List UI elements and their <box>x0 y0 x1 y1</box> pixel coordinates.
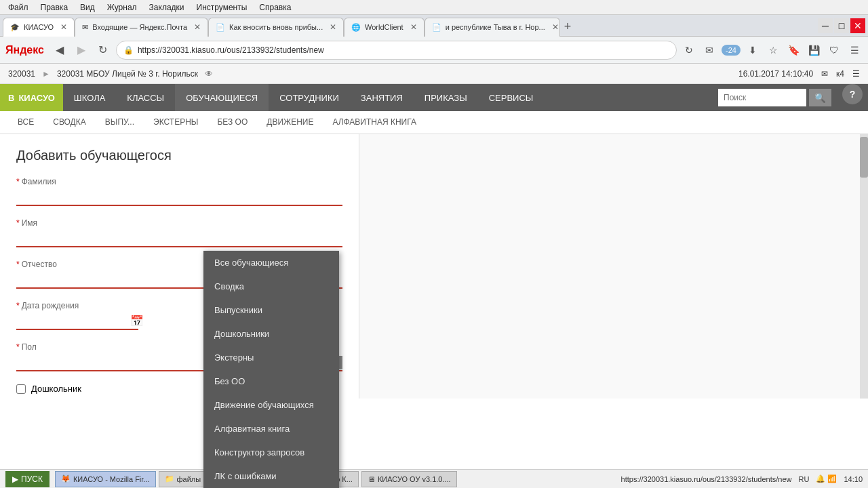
back-button[interactable]: ◀ <box>51 41 68 59</box>
menu-tools[interactable]: Инструменты <box>191 1 253 14</box>
lang-badge: RU <box>799 475 810 483</box>
scrollbar[interactable] <box>860 134 868 399</box>
tab-republic[interactable]: 📄 и республике Тыва в г. Нор... ✕ <box>425 18 560 37</box>
firstname-input[interactable] <box>16 230 342 247</box>
dropdown-alphabet-book[interactable]: Алфавитная книга <box>203 417 339 441</box>
required-marker-2: * <box>16 218 20 228</box>
bookmark-icon[interactable]: 🔖 <box>785 42 802 58</box>
help-button[interactable]: ? <box>842 84 863 104</box>
dropdown-graduates[interactable]: Выпускники <box>203 298 339 322</box>
tab-worldclient[interactable]: 🌐 WorldClient ✕ <box>344 18 425 37</box>
nav-staff[interactable]: СОТРУДНИКИ <box>269 84 350 111</box>
search-input[interactable] <box>718 89 806 106</box>
calendar-button[interactable]: 📅 <box>130 314 144 327</box>
tab-howto-close[interactable]: ✕ <box>330 22 336 32</box>
window-close[interactable]: ✕ <box>850 18 865 33</box>
clock-display: 14:10 <box>844 475 863 483</box>
menu-bookmarks[interactable]: Закладки <box>144 1 190 14</box>
nav-orders[interactable]: ПРИКАЗЫ <box>414 84 478 111</box>
right-panel <box>359 134 868 399</box>
dropdown-preschool[interactable]: Дошкольники <box>203 322 339 346</box>
taskbar-kiasuo-ff[interactable]: 🦊 КИАСУО - Mozilla Fir... <box>55 471 156 487</box>
ssl-lock-icon: 🔒 <box>123 45 134 55</box>
menu-journal[interactable]: Журнал <box>102 1 142 14</box>
lastname-input[interactable] <box>16 189 342 206</box>
save-icon[interactable]: 💾 <box>806 42 822 58</box>
subnav-graduates[interactable]: ВЫПУ... <box>96 111 144 134</box>
sub-nav: ВСЕ СВОДКА ВЫПУ... ЭКСТЕРНЫ БЕЗ ОО ДВИЖЕ… <box>0 111 868 134</box>
brand-badge[interactable]: В КИАСУО <box>0 84 63 111</box>
menu-help[interactable]: Справка <box>254 1 296 14</box>
brand-label: КИАСУО <box>18 93 54 103</box>
tab-republic-close[interactable]: ✕ <box>552 22 559 32</box>
subnav-without[interactable]: БЕЗ ОО <box>208 111 257 134</box>
main-nav: В КИАСУО ШКОЛА КЛАССЫ ОБУЧАЮЩИЕСЯ СОТРУД… <box>0 84 868 111</box>
brand-icon: В <box>8 93 14 103</box>
nav-school[interactable]: ШКОЛА <box>63 84 117 111</box>
eye-icon[interactable]: 👁 <box>205 69 213 79</box>
status-bar-right: https://320031.kiasuo.ru/ous/2133932/stu… <box>621 474 863 483</box>
star-icon[interactable]: ☆ <box>765 42 781 58</box>
required-marker-3: * <box>16 260 20 269</box>
firstname-label-text: Имя <box>22 218 37 228</box>
forward-button[interactable]: ▶ <box>73 41 90 59</box>
message-icon[interactable]: ✉ <box>821 69 828 79</box>
tab-yandex-close[interactable]: ✕ <box>194 22 201 32</box>
tab-kiasuo[interactable]: 🎓 КИАСУО ✕ <box>3 18 75 37</box>
preschool-checkbox[interactable] <box>16 384 26 394</box>
tab-kiasuo-close[interactable]: ✕ <box>60 22 67 32</box>
window-minimize[interactable]: ─ <box>818 18 833 33</box>
subnav-all[interactable]: ВСЕ <box>8 111 43 134</box>
app-header-right: 16.01.2017 14:10:40 ✉ к4 ☰ <box>738 69 860 79</box>
dropdown-movement[interactable]: Движение обучающихся <box>203 393 339 417</box>
download-icon[interactable]: ⬇ <box>745 42 761 58</box>
dropdown-externals[interactable]: Экстерны <box>203 346 339 369</box>
dropdown-constructor[interactable]: Конструктор запросов <box>203 441 339 464</box>
menu-view[interactable]: Вид <box>75 1 100 14</box>
menu-edit[interactable]: Правка <box>35 1 74 14</box>
taskbar-files-icon: 📁 <box>165 474 174 483</box>
birthdate-input[interactable] <box>16 313 130 329</box>
subnav-summary[interactable]: СВОДКА <box>43 111 95 134</box>
new-tab-button[interactable]: + <box>560 18 576 37</box>
preschool-label: Дошкольник <box>31 384 81 394</box>
menu-file[interactable]: Файл <box>3 1 34 14</box>
search-button[interactable]: 🔍 <box>809 89 831 106</box>
nav-lessons[interactable]: ЗАНЯТИЯ <box>350 84 414 111</box>
reload-icon[interactable]: ↻ <box>681 42 697 58</box>
subnav-externals[interactable]: ЭКСТЕРНЫ <box>144 111 208 134</box>
address-bar[interactable]: 🔒 https://320031.kiasuo.ru/ous/2133932/s… <box>116 41 677 60</box>
field-lastname: * Фамилия <box>16 177 342 206</box>
tab-yandex-label: Входящие — Яндекс.Почта <box>92 23 187 31</box>
dropdown-lk-errors[interactable]: ЛК с ошибками <box>203 464 339 488</box>
mail-icon[interactable]: ✉ <box>701 42 717 58</box>
menu-icon[interactable]: ☰ <box>846 42 863 58</box>
tab-howto[interactable]: 📄 Как вносить вновь прибы... ✕ <box>208 18 344 37</box>
scrollbar-thumb[interactable] <box>860 137 868 178</box>
nav-services[interactable]: СЕРВИСЫ <box>478 84 545 111</box>
address-text: https://320031.kiasuo.ru/ous/2133932/stu… <box>138 45 669 55</box>
breadcrumb-school-id: 320031 <box>8 69 35 79</box>
dropdown-summary[interactable]: Сводка <box>203 274 339 298</box>
start-button[interactable]: ▶ ПУСК <box>5 471 50 487</box>
browser-nav: Яндекс ◀ ▶ ↻ 🔒 https://320031.kiasuo.ru/… <box>0 37 868 64</box>
taskbar-kiasuo-app[interactable]: 🖥 КИАСУО ОУ v3.1.0.... <box>361 471 457 487</box>
nav-classes[interactable]: КЛАССЫ <box>116 84 175 111</box>
reload-button[interactable]: ↻ <box>94 41 112 59</box>
tab-republic-label: и республике Тыва в г. Нор... <box>446 23 545 31</box>
start-label: ПУСК <box>21 474 43 484</box>
hamburger-icon[interactable]: ☰ <box>852 69 860 79</box>
shield-icon[interactable]: 🛡 <box>826 42 842 58</box>
subnav-alphabet[interactable]: АЛФАВИТНАЯ КНИГА <box>323 111 425 134</box>
subnav-movement[interactable]: ДВИЖЕНИЕ <box>257 111 323 134</box>
nav-students[interactable]: ОБУЧАЮЩИЕСЯ <box>175 84 269 111</box>
window-maximize[interactable]: □ <box>834 18 849 33</box>
tab-yandex-mail[interactable]: ✉ Входящие — Яндекс.Почта ✕ <box>75 18 208 37</box>
breadcrumb-school-name: 320031 МБОУ Лицей № 3 г. Норильск <box>57 69 198 79</box>
weather-badge: -24 <box>722 45 741 56</box>
datetime-display: 16.01.2017 14:10:40 <box>738 69 813 79</box>
dropdown-without-oo[interactable]: Без ОО <box>203 369 339 393</box>
dropdown-all-students[interactable]: Все обучающиеся <box>203 251 339 274</box>
url-status: https://320031.kiasuo.ru/ous/2133932/stu… <box>621 475 792 483</box>
tab-world-close[interactable]: ✕ <box>410 22 417 32</box>
